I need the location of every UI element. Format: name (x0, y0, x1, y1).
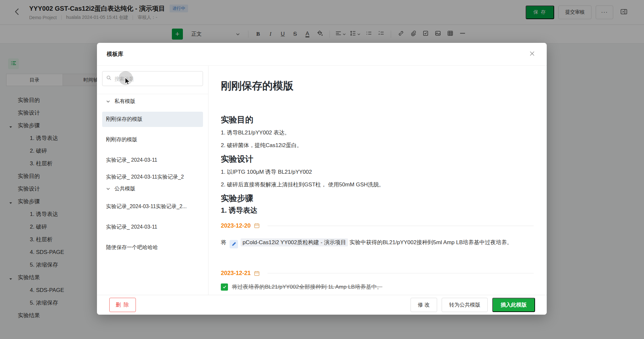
template-item[interactable]: 实验记录_ 2024-03-11实验记录_2 (102, 173, 203, 182)
section-heading: 实验目的 (221, 115, 534, 125)
template-item[interactable]: 随便保存一个吧哈哈哈 (102, 240, 203, 255)
date-row: 2023-12-20 (221, 221, 534, 230)
template-preview: 刚刚保存的模版 实验目的 1. 诱导BL21/pYY002 表达。 2. 破碎菌… (209, 66, 547, 295)
calendar-icon (254, 270, 260, 276)
convert-public-button[interactable]: 转为公共模版 (442, 298, 488, 312)
search-icon (106, 75, 112, 82)
experiment-ref-link[interactable]: pCold-Cas12i2 YY002质粒构建 - 演示项目 (241, 238, 348, 246)
step-heading: 1. 诱导表达 (221, 206, 534, 215)
public-template-list: 实验记录_2024-03-11实验记录_2... 实验记录_ 2024-03-1… (102, 199, 203, 255)
paragraph: 2. 破碎菌体，提纯Cas12i2蛋白。 (221, 141, 534, 150)
close-icon (529, 51, 535, 58)
modal-body: 私有模版 刚刚保存的模版 刚刚存的模版 实验记录_ 2024-03-11 实验记… (97, 66, 547, 295)
section-heading: 实验步骤 (221, 193, 534, 203)
section-heading: 实验设计 (221, 154, 534, 164)
chevron-down-icon (106, 99, 110, 104)
private-templates-section[interactable]: 私有模版 (102, 94, 203, 108)
template-item[interactable]: 刚刚存的模版 (102, 132, 203, 147)
template-item[interactable]: 实验记录_2024-03-11实验记录_2... (102, 199, 203, 214)
checked-checkbox[interactable] (221, 283, 228, 291)
modify-button[interactable]: 修 改 (411, 298, 437, 312)
template-item[interactable]: 实验记录_ 2024-03-11 (102, 220, 203, 235)
chevron-down-icon (106, 187, 110, 191)
date-row: 2023-12-21 (221, 269, 534, 278)
calendar-icon (254, 223, 260, 229)
template-library-modal: 模板库 私 (97, 43, 547, 315)
public-templates-section[interactable]: 公共模版 (102, 182, 203, 196)
experiment-ref-icon[interactable] (230, 240, 238, 248)
todo-text: 将过夜培养的BL21/pYY002全部接种到 1L Amp LB培养基中。 (232, 283, 382, 291)
footer-actions: 修 改 转为公共模版 插入此模版 (411, 298, 535, 312)
mouse-cursor (125, 77, 132, 86)
modal-footer: 删 除 修 改 转为公共模版 插入此模版 (97, 295, 547, 315)
todo-item: 将过夜培养的BL21/pYY002全部接种到 1L Amp LB培养基中。 (221, 283, 534, 291)
close-button[interactable] (529, 51, 535, 58)
divider (268, 273, 534, 273)
divider (268, 226, 534, 226)
insert-template-button[interactable]: 插入此模版 (492, 298, 535, 312)
template-title: 刚刚保存的模版 (221, 80, 534, 92)
template-search[interactable] (102, 71, 203, 86)
paragraph: 2. 破碎后直接将裂解液上清挂柱到GST柱， 使用50mM GSH洗脱。 (221, 181, 534, 189)
paragraph: 1. 以IPTG 100μM 诱导 BL21/pYY002 (221, 168, 534, 176)
app-window: YYY002 GST-Cas12i2蛋白表达纯化 - 演示项目 进行中 Demo… (0, 0, 644, 339)
paragraph: 1. 诱导BL21/pYY002 表达。 (221, 129, 534, 137)
template-item[interactable]: 刚刚保存的模版 (102, 112, 203, 127)
modal-header: 模板库 (97, 43, 547, 66)
step-paragraph: 将pCold-Cas12i2 YY002质粒构建 - 演示项目 实验中获得的BL… (221, 238, 534, 248)
delete-button[interactable]: 删 除 (109, 298, 136, 312)
modal-title: 模板库 (107, 50, 123, 58)
date-label: 2023-12-20 (221, 222, 251, 229)
template-list-panel: 私有模版 刚刚保存的模版 刚刚存的模版 实验记录_ 2024-03-11 实验记… (97, 66, 209, 295)
date-label: 2023-12-21 (221, 270, 251, 277)
template-item[interactable]: 实验记录_ 2024-03-11 (102, 153, 203, 168)
private-template-list: 刚刚保存的模版 刚刚存的模版 实验记录_ 2024-03-11 实验记录_ 20… (102, 112, 203, 182)
